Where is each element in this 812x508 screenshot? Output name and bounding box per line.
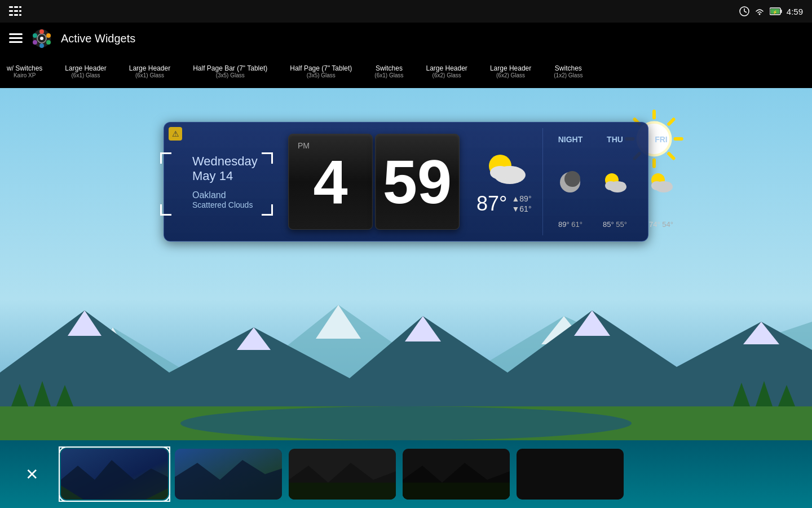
svg-point-70	[662, 182, 672, 190]
theme-card-1[interactable]	[175, 449, 282, 500]
tc-handle-tl	[59, 446, 65, 453]
forecast-thu-label: THU	[607, 135, 623, 144]
status-bar-left	[9, 6, 21, 16]
svg-point-27	[33, 40, 37, 45]
hamburger-icon	[9, 6, 21, 16]
forecast-thu: THU 85° 55°	[592, 128, 638, 235]
current-weather-icon	[479, 148, 529, 187]
current-temp: 87°	[476, 192, 507, 216]
svg-point-69	[651, 181, 663, 190]
svg-point-50	[180, 406, 632, 440]
forecast-night-temps: 89° 61°	[558, 220, 582, 229]
ampm-label: PM	[298, 141, 310, 150]
forecast-thu-temps: 85° 55°	[603, 220, 627, 229]
svg-rect-19	[9, 41, 23, 43]
widget-item-2[interactable]: Large Header (6x1) Glass	[129, 64, 170, 78]
theme-card-4[interactable]	[517, 449, 624, 500]
svg-line-30	[669, 120, 673, 124]
svg-rect-1	[14, 6, 18, 8]
forecast-night: NIGHT 89° 61°	[549, 128, 592, 235]
status-bar: ⚡ 4:59	[0, 0, 812, 23]
widget-item-0[interactable]: w/ Switches Kairo XP	[7, 64, 42, 78]
widget-selection-handles	[160, 152, 273, 216]
resize-handle-tl[interactable]	[160, 152, 171, 164]
svg-text:⚡: ⚡	[772, 10, 777, 15]
svg-point-28	[33, 33, 37, 38]
svg-rect-5	[19, 10, 21, 12]
wifi-icon	[754, 7, 765, 16]
battery-icon: ⚡	[770, 7, 782, 15]
status-time: 4:59	[787, 7, 803, 16]
tc-handle-tr	[164, 446, 170, 453]
svg-rect-15	[780, 10, 782, 13]
svg-point-24	[46, 33, 51, 38]
svg-rect-17	[9, 33, 23, 35]
app-logo	[32, 28, 52, 49]
widget-item-1[interactable]: Large Header (6x1) Glass	[65, 64, 106, 78]
widget-item-3[interactable]: Half Page Bar (7" Tablet) (3x5) Glass	[193, 64, 267, 78]
svg-rect-79	[289, 483, 396, 500]
hi-lo-temps: ▲89° ▼61°	[511, 194, 531, 213]
moon-icon	[558, 170, 582, 195]
forecast-panel: NIGHT 89° 61° THU	[542, 128, 684, 235]
forecast-fri: FRI 74° 54°	[638, 128, 684, 235]
hour-value: 4	[313, 151, 347, 213]
theme-card-3[interactable]	[403, 449, 510, 500]
svg-point-62	[564, 171, 580, 187]
main-area: ⚠ Wednesday May 14 Oakland Scattered Clo…	[0, 88, 812, 440]
svg-point-25	[46, 40, 51, 45]
partly-cloudy-icon-thu	[601, 170, 629, 195]
minute-digit: 59	[375, 134, 460, 230]
app-bar: Active Widgets	[0, 23, 812, 54]
high-temp: ▲89°	[511, 194, 531, 203]
widget-item-5[interactable]: Switches (6x1) Glass	[374, 64, 403, 78]
theme-selector: ✕	[0, 440, 812, 508]
svg-point-60	[506, 167, 522, 179]
svg-rect-7	[14, 14, 18, 16]
forecast-fri-temps: 74° 54°	[649, 220, 673, 229]
partly-cloudy-icon-fri	[647, 170, 675, 195]
svg-rect-6	[9, 14, 13, 16]
theme-card-2[interactable]	[289, 449, 396, 500]
widgets-strip: w/ Switches Kairo XP Large Header (6x1) …	[0, 54, 812, 88]
current-weather-panel: 87° ▲89° ▼61°	[465, 128, 542, 235]
svg-rect-2	[19, 6, 21, 8]
app-title: Active Widgets	[61, 32, 135, 45]
tc-handle-bl	[59, 495, 65, 502]
resize-handle-br[interactable]	[262, 204, 273, 216]
widget-item-7[interactable]: Large Header (6x2) Glass	[490, 64, 531, 78]
widget-warning-icon: ⚠	[169, 127, 182, 141]
theme-card-0[interactable]	[61, 449, 168, 500]
svg-point-66	[616, 182, 626, 190]
svg-rect-82	[403, 483, 510, 500]
svg-rect-18	[9, 37, 23, 39]
forecast-fri-label: FRI	[655, 135, 668, 144]
hour-digit: PM 4	[288, 134, 373, 230]
svg-rect-8	[19, 14, 21, 16]
widget-clock: PM 4 59	[283, 128, 465, 235]
tc-handle-br	[164, 495, 170, 502]
theme-selected-wrapper	[61, 449, 168, 500]
widget-item-8[interactable]: Switches (1x2) Glass	[554, 64, 582, 78]
svg-line-11	[744, 11, 747, 12]
resize-handle-tr[interactable]	[262, 152, 273, 164]
svg-point-65	[605, 181, 616, 190]
theme-close-button[interactable]: ✕	[9, 449, 54, 500]
svg-point-22	[40, 37, 43, 40]
forecast-night-label: NIGHT	[558, 135, 583, 144]
svg-point-23	[39, 29, 44, 34]
svg-rect-83	[517, 449, 624, 500]
clock-status-icon	[739, 6, 749, 16]
svg-rect-3	[9, 10, 13, 12]
svg-rect-4	[14, 10, 18, 12]
status-bar-right: ⚡ 4:59	[739, 6, 803, 16]
menu-icon[interactable]	[9, 33, 23, 43]
widget-item-4[interactable]: Half Page (7" Tablet) (3x5) Glass	[290, 64, 352, 78]
widget-item-6[interactable]: Large Header (6x2) Glass	[426, 64, 467, 78]
mountains-graphic	[0, 282, 812, 440]
svg-point-26	[39, 43, 44, 48]
svg-rect-0	[9, 6, 13, 8]
resize-handle-bl[interactable]	[160, 204, 171, 216]
low-temp: ▼61°	[511, 204, 531, 213]
svg-point-12	[758, 14, 760, 15]
